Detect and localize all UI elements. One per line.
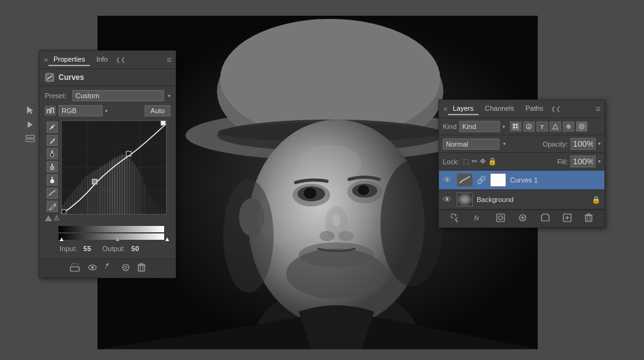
curve-tool-draw[interactable] <box>47 135 58 146</box>
fx-btn[interactable]: fx <box>473 213 483 224</box>
svg-text:T: T <box>540 124 544 130</box>
layer-bg-thumb <box>457 193 473 206</box>
svg-rect-77 <box>146 189 148 214</box>
mid-point-slider[interactable]: ▲ <box>114 235 121 242</box>
svg-marker-129 <box>28 121 33 128</box>
svg-rect-75 <box>141 177 143 214</box>
svg-rect-65 <box>116 157 118 214</box>
curve-pencil-mode[interactable] <box>47 201 58 212</box>
svg-rect-54 <box>89 174 91 214</box>
filter-text-icon[interactable]: T <box>536 121 548 132</box>
svg-rect-105 <box>516 124 518 126</box>
layers-expand-btn[interactable]: ❮❮ <box>551 106 561 112</box>
panel-expand-btn[interactable]: ❮❮ <box>116 57 126 63</box>
svg-rect-46 <box>69 195 71 214</box>
preset-select[interactable]: Custom Default Strong Contrast Linear <box>72 90 164 101</box>
group-layers-btn[interactable] <box>541 213 550 224</box>
fill-input[interactable] <box>570 155 596 167</box>
svg-rect-88 <box>92 179 96 184</box>
new-layer-btn[interactable] <box>563 213 572 224</box>
lock-transparent-icon[interactable]: ⬚ <box>463 157 469 166</box>
layer-row-background[interactable]: 👁 Background 🔒 <box>439 190 604 210</box>
svg-rect-35 <box>52 177 53 179</box>
layer-visibility-bg[interactable]: 👁 <box>443 194 453 205</box>
auto-button[interactable]: Auto <box>145 105 170 116</box>
channel-select[interactable]: RGB Red Green Blue <box>58 105 103 116</box>
filter-pixel-icon[interactable] <box>510 121 521 132</box>
layer-row-curves1[interactable]: 👁 🔗 Curves 1 <box>439 171 604 190</box>
add-mask-btn[interactable] <box>496 213 505 224</box>
panel-menu-btn[interactable]: ≡ <box>167 55 172 65</box>
layer-visibility-curves1[interactable]: 👁 <box>443 175 453 185</box>
input-output-row: Input: 55 Output: 50 <box>58 242 170 255</box>
svg-point-34 <box>50 179 54 183</box>
lock-image-icon[interactable]: ✏ <box>472 157 477 166</box>
warning-icon: ! <box>45 215 52 222</box>
layers-panel-titlebar: ✕ Layers Channels Paths ❮❮ ≡ <box>439 100 604 118</box>
blend-mode-select[interactable]: Normal Dissolve Multiply Screen <box>443 138 499 150</box>
svg-rect-98 <box>138 265 145 271</box>
filter-adj-icon[interactable]: A <box>523 121 535 132</box>
blend-dropdown-arrow: ▾ <box>503 141 506 147</box>
svg-rect-81 <box>156 205 158 214</box>
filter-shape-icon[interactable] <box>550 121 561 132</box>
svg-rect-72 <box>134 164 136 214</box>
previous-state-btn[interactable] <box>121 263 130 274</box>
opacity-row: Opacity: ▾ <box>543 138 601 150</box>
fill-label: Fill: <box>557 158 568 166</box>
warning-symbol: ⚠ <box>53 214 60 222</box>
svg-rect-53 <box>87 176 89 214</box>
svg-rect-114 <box>458 174 471 186</box>
delete-adj-btn[interactable] <box>138 263 145 274</box>
eyedropper-shadow[interactable] <box>47 148 58 159</box>
tool-arrow[interactable] <box>24 104 36 116</box>
svg-rect-79 <box>151 198 153 214</box>
channel-icon <box>45 106 56 116</box>
curve-tool-point[interactable] <box>47 121 58 133</box>
tool-layers-icon[interactable] <box>24 133 36 145</box>
eyedropper-midtone[interactable] <box>47 161 58 172</box>
add-adj-btn[interactable] <box>518 213 527 224</box>
curve-smooth[interactable] <box>47 188 58 199</box>
svg-rect-90 <box>161 121 165 125</box>
tab-properties[interactable]: Properties <box>48 53 90 66</box>
filter-smart-icon[interactable] <box>563 121 574 132</box>
svg-point-14 <box>304 188 316 199</box>
black-point-slider[interactable]: ▲ <box>58 235 65 242</box>
lock-all-icon[interactable]: 🔒 <box>488 157 497 166</box>
layer-link-icon-curves1: 🔗 <box>477 176 486 184</box>
tool-play[interactable] <box>24 118 36 131</box>
lock-position-icon[interactable]: ✥ <box>480 157 486 166</box>
svg-rect-80 <box>153 201 155 214</box>
reset-btn[interactable] <box>105 263 114 274</box>
panel-tabs: Properties Info <box>48 53 113 66</box>
tab-channels[interactable]: Channels <box>480 103 519 115</box>
svg-point-112 <box>568 126 570 128</box>
tab-paths[interactable]: Paths <box>521 103 548 115</box>
layers-tabs: Layers Channels Paths <box>448 103 548 115</box>
layers-close-btn[interactable]: ✕ <box>443 106 448 113</box>
svg-point-97 <box>125 266 127 269</box>
svg-rect-66 <box>119 155 121 214</box>
filter-all-icon[interactable] <box>576 121 587 132</box>
panel-close-btn[interactable]: ✕ <box>43 57 48 64</box>
curves-title: Curves <box>58 73 84 82</box>
link-layers-btn[interactable] <box>451 213 460 224</box>
svg-rect-67 <box>121 154 123 214</box>
white-point-slider[interactable]: ▲ <box>164 235 170 242</box>
visibility-btn[interactable] <box>87 263 97 274</box>
layer-adj-thumb <box>457 173 473 187</box>
svg-rect-73 <box>136 167 138 214</box>
layers-menu-btn[interactable]: ≡ <box>596 104 601 114</box>
curves-graph[interactable] <box>61 120 167 215</box>
svg-rect-116 <box>497 214 504 222</box>
tab-layers[interactable]: Layers <box>448 103 479 115</box>
kind-select[interactable]: Kind Name Effect <box>459 121 500 132</box>
tab-info[interactable]: Info <box>91 53 113 66</box>
delete-layer-btn[interactable] <box>585 213 592 224</box>
clip-to-below-btn[interactable] <box>70 263 80 274</box>
eyedropper-highlight[interactable] <box>47 174 58 186</box>
opacity-input[interactable] <box>570 138 596 150</box>
left-tool-palette <box>24 104 36 145</box>
svg-rect-104 <box>513 124 515 126</box>
